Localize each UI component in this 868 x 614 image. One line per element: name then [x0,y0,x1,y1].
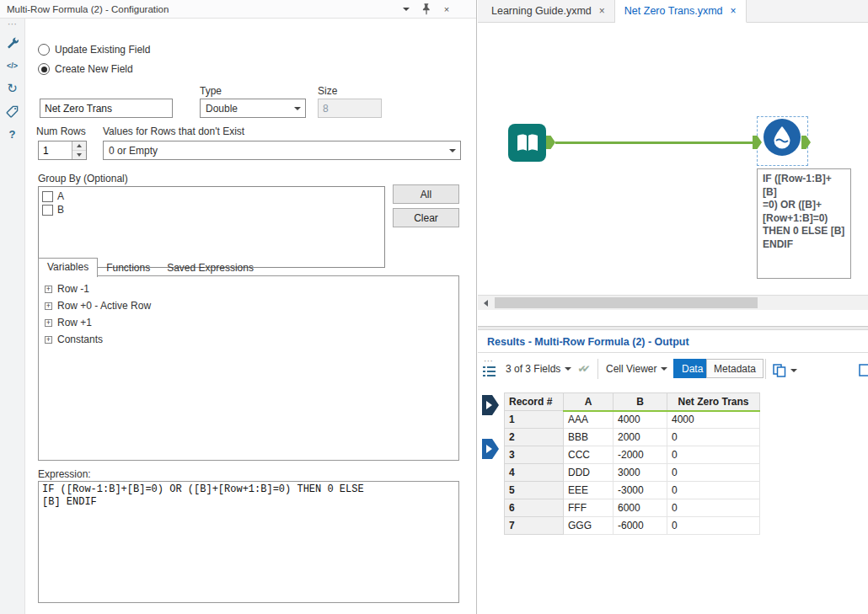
table-row[interactable]: 1 AAA 4000 4000 [505,411,760,429]
create-new-field-radio[interactable]: Create New Field [38,63,133,75]
learning-guide-tool[interactable] [508,124,546,162]
connection-line[interactable] [555,141,753,144]
tree-item-constants[interactable]: + Constants [41,331,456,348]
canvas-horizontal-scrollbar[interactable] [478,295,868,310]
radio-selected-icon[interactable] [38,63,50,75]
tab-functions[interactable]: Functions [98,259,158,276]
group-by-listbox[interactable]: A B [38,186,385,268]
type-select[interactable]: Double [200,99,306,118]
cell[interactable]: 0 [667,429,760,446]
results-menu-icon[interactable] [483,366,496,380]
input-anchor-icon[interactable] [753,136,762,149]
window-options-dropdown-icon[interactable] [400,3,412,15]
cell[interactable]: 0 [667,446,760,464]
table-row[interactable]: 4 DDD 3000 0 [505,464,760,482]
column-header-net-zero-trans[interactable]: Net Zero Trans [667,393,760,411]
cell[interactable]: CCC [564,446,613,464]
cell[interactable]: AAA [564,411,613,429]
copy-button[interactable] [773,360,797,381]
record-number-cell: 5 [505,482,564,499]
missing-rows-select[interactable]: 0 or Empty [103,141,461,160]
cell[interactable]: 0 [667,499,760,517]
cell[interactable]: 4000 [613,411,667,429]
output-anchor-icon[interactable] [546,136,555,149]
input-anchor-button[interactable] [481,394,500,419]
close-icon[interactable]: × [441,3,453,15]
num-rows-input[interactable] [39,141,72,159]
cell[interactable]: 0 [667,482,760,499]
scroll-left-icon[interactable] [478,296,493,310]
variables-tree[interactable]: + Row -1 + Row +0 - Active Row + Row +1 … [38,275,459,461]
cell[interactable]: -6000 [613,517,667,535]
field-name-input[interactable] [40,99,173,118]
chevron-down-icon[interactable] [790,369,797,372]
close-tab-icon[interactable]: × [599,5,605,17]
refresh-icon[interactable]: ↻ [3,81,22,96]
tab-net-zero-trans[interactable]: Net Zero Trans.yxmd × [615,0,747,23]
cell-viewer-dropdown[interactable]: Cell Viewer [606,359,667,379]
table-row[interactable]: 2 BBB 2000 0 [505,429,760,446]
stepper-up-icon[interactable] [72,141,86,151]
clear-button[interactable]: Clear [393,208,459,227]
radio-icon[interactable] [38,44,50,56]
update-existing-field-radio[interactable]: Update Existing Field [38,44,150,56]
stepper-down-icon[interactable] [72,151,86,159]
expand-icon[interactable]: + [45,336,52,344]
expand-icon[interactable]: + [45,286,52,293]
cell[interactable]: BBB [564,429,613,446]
expand-icon[interactable]: + [45,302,52,310]
close-tab-icon[interactable]: × [731,5,737,17]
multi-row-formula-tool[interactable] [764,119,801,156]
num-rows-stepper[interactable] [38,141,87,160]
cell[interactable]: 0 [667,464,760,482]
workflow-canvas[interactable]: IF ([Row-1:B]+[B] =0) OR ([B]+ [Row+1:B]… [478,23,868,310]
wrench-icon[interactable] [3,35,22,51]
chevron-down-icon[interactable] [661,367,667,371]
tab-saved-expressions[interactable]: Saved Expressions [158,259,262,276]
paste-button[interactable] [859,360,868,381]
cell[interactable]: 0 [667,517,760,535]
tab-learning-guide[interactable]: Learning Guide.yxmd × [482,0,615,22]
cell[interactable]: -3000 [613,482,667,499]
table-row[interactable]: 7 GGG -6000 0 [505,517,760,535]
group-field-a[interactable]: A [42,190,381,203]
column-header-record[interactable]: Record # [505,393,564,411]
checkbox-icon[interactable] [42,191,53,202]
output-anchor-icon[interactable] [801,136,811,149]
annotation-code-icon[interactable]: </> [3,58,22,73]
column-header-a[interactable]: A [564,393,613,411]
tree-item-row-0-active[interactable]: + Row +0 - Active Row [41,297,456,314]
cell[interactable]: 6000 [613,499,667,517]
expand-icon[interactable]: + [45,319,52,327]
cell[interactable]: GGG [564,517,613,535]
cell[interactable]: -2000 [613,446,667,464]
pin-icon[interactable] [421,3,432,15]
cell[interactable]: FFF [564,499,613,517]
tool-annotation[interactable]: IF ([Row-1:B]+[B] =0) OR ([B]+ [Row+1:B]… [757,168,851,279]
tab-variables[interactable]: Variables [38,258,98,277]
chevron-down-icon[interactable] [290,99,305,117]
all-button[interactable]: All [393,184,459,204]
scrollbar-thumb[interactable] [495,297,758,308]
checkbox-icon[interactable] [42,205,53,216]
metadata-view-button[interactable]: Metadata [706,359,764,378]
tag-icon[interactable] [3,104,22,119]
cell[interactable]: DDD [564,464,613,482]
expression-editor[interactable]: IF ([Row-1:B]+[B]=0) OR ([B]+[Row+1:B]=0… [38,481,459,603]
cell[interactable]: EEE [564,482,613,499]
fields-dropdown[interactable]: 3 of 3 Fields ✔✔ [506,359,586,379]
help-icon[interactable]: ? [3,126,22,141]
table-row[interactable]: 6 FFF 6000 0 [505,499,760,517]
table-row[interactable]: 5 EEE -3000 0 [505,482,760,499]
table-row[interactable]: 3 CCC -2000 0 [505,446,760,464]
cell[interactable]: 4000 [667,411,760,429]
group-field-b[interactable]: B [42,203,381,216]
chevron-down-icon[interactable] [565,367,571,371]
column-header-b[interactable]: B [613,393,667,411]
cell[interactable]: 2000 [613,429,667,446]
output-anchor-button[interactable] [481,438,500,462]
tree-item-row-plus-1[interactable]: + Row +1 [41,314,456,331]
cell[interactable]: 3000 [613,464,667,482]
tree-item-row-minus-1[interactable]: + Row -1 [41,280,456,297]
chevron-down-icon[interactable] [445,141,460,159]
